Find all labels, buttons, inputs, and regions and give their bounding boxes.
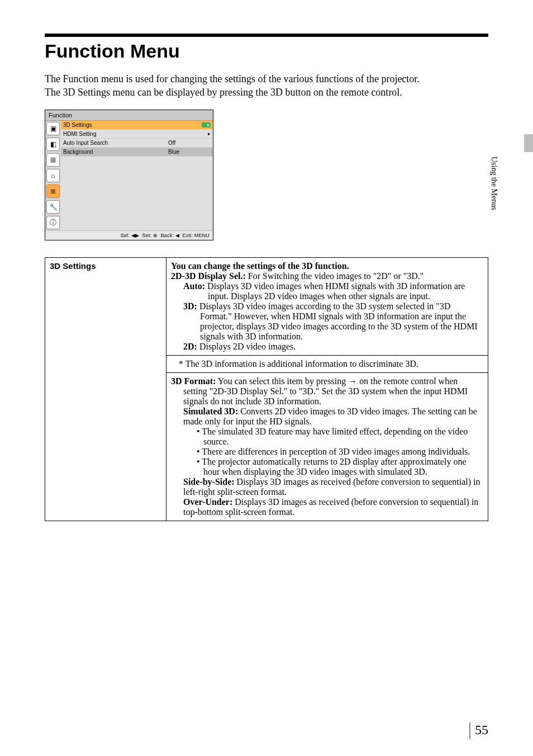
d2d3-sel: 2D-3D Display Sel.: For Switching the vi… bbox=[171, 271, 483, 281]
page-number: 55 bbox=[469, 722, 488, 739]
format-label: 3D Format: bbox=[171, 376, 216, 386]
menu-item-label: 3D Settings bbox=[63, 122, 164, 128]
setting-description-block-1: You can change the settings of the 3D fu… bbox=[166, 257, 488, 355]
menu-tab-3-icon: ⊞ bbox=[46, 153, 60, 167]
menu-footer: Sel: ◀▶ Set: ⊕ Back: ◀ Exit: MENU bbox=[45, 230, 213, 240]
auto-text: Displays 3D video images when HDMI signa… bbox=[205, 281, 465, 301]
note-text: * The 3D information is additional infor… bbox=[171, 359, 483, 369]
sim3d-bullet-2: • There are differences in perception of… bbox=[183, 447, 483, 457]
d2d3-sel-text: For Switching the video images to "2D" o… bbox=[246, 271, 424, 281]
sim3d-bullet-1: • The simulated 3D feature may have limi… bbox=[183, 427, 483, 447]
menu-tab-function-icon: ≣ bbox=[46, 185, 60, 198]
setting-description-block-2: 3D Format: You can select this item by p… bbox=[166, 372, 488, 521]
sim3d-option: Simulated 3D: Converts 2D video images t… bbox=[183, 407, 483, 427]
d3-text: Displays 3D video images according to th… bbox=[197, 301, 478, 341]
auto-option: Auto: Displays 3D video images when HDMI… bbox=[183, 281, 483, 301]
d2d3-sel-label: 2D-3D Display Sel.: bbox=[171, 271, 246, 281]
footer-sel: Sel: bbox=[121, 233, 130, 238]
menu-item-label: HDMI Setting bbox=[63, 131, 166, 137]
sim3d-label: Simulated 3D: bbox=[183, 407, 238, 416]
menu-row-auto-input-search: Auto Input Search Off bbox=[61, 139, 213, 148]
menu-item-label: Background bbox=[63, 149, 166, 155]
submenu-arrow-icon: ▸ bbox=[202, 122, 211, 127]
menu-item-label: Auto Input Search bbox=[63, 140, 166, 146]
menu-tab-4-icon: ⌂ bbox=[46, 169, 60, 182]
submenu-arrow-icon: ▸ bbox=[204, 131, 211, 136]
menu-tab-1-icon: ▣ bbox=[46, 122, 60, 135]
auto-label: Auto: bbox=[183, 281, 205, 291]
menu-tab-setup-icon: 🔧 bbox=[46, 200, 60, 214]
d2-text: Displays 2D video images. bbox=[197, 342, 296, 351]
lead-line: You can change the settings of the 3D fu… bbox=[171, 261, 483, 271]
format-option: 3D Format: You can select this item by p… bbox=[171, 376, 483, 407]
settings-table: 3D Settings You can change the settings … bbox=[45, 257, 488, 521]
side-section-label: Using the Menus bbox=[489, 157, 498, 210]
page-title: Function Menu bbox=[45, 40, 488, 62]
d3-label: 3D: bbox=[183, 301, 197, 311]
intro-line-2: The 3D Settings menu can be displayed by… bbox=[45, 87, 402, 98]
menu-tab-2-icon: ◧ bbox=[46, 138, 60, 151]
d2-option: 2D: Displays 2D video images. bbox=[183, 342, 483, 352]
ou-option: Over-Under: Displays 3D images as receiv… bbox=[183, 497, 483, 517]
footer-back: Back: bbox=[161, 233, 174, 238]
sbs-option: Side-by-Side: Displays 3D images as rece… bbox=[183, 477, 483, 497]
menu-tab-info-icon: ⓘ bbox=[46, 216, 60, 229]
side-tab bbox=[524, 134, 533, 152]
setting-name: 3D Settings bbox=[45, 257, 166, 521]
menu-items: 3D Settings ▸ HDMI Setting ▸ Auto Input … bbox=[61, 121, 213, 230]
menu-item-value: Blue bbox=[168, 149, 202, 155]
ou-label: Over-Under: bbox=[183, 497, 232, 507]
menu-row-3d-settings: 3D Settings ▸ bbox=[61, 121, 213, 130]
intro-line-1: The Function menu is used for changing t… bbox=[45, 73, 420, 84]
setting-note: * The 3D information is additional infor… bbox=[166, 355, 488, 372]
footer-set: Set: bbox=[142, 233, 152, 238]
menu-icon-column: ▣ ◧ ⊞ ⌂ ≣ 🔧 ⓘ bbox=[45, 121, 61, 230]
intro-text: The Function menu is used for changing t… bbox=[45, 72, 488, 100]
menu-preview: Function ▣ ◧ ⊞ ⌂ ≣ 🔧 ⓘ 3D Settings ▸ HDM… bbox=[45, 110, 213, 240]
sim3d-bullet-3: • The projector automatically returns to… bbox=[183, 457, 483, 477]
d2-label: 2D: bbox=[183, 342, 197, 351]
footer-exit: Exit: bbox=[182, 233, 193, 238]
sbs-label: Side-by-Side: bbox=[183, 477, 235, 486]
menu-item-value: Off bbox=[168, 140, 202, 146]
d3-option: 3D: Displays 3D video images according t… bbox=[183, 301, 483, 342]
menu-row-background: Background Blue bbox=[61, 148, 213, 157]
format-text: You can select this item by pressing → o… bbox=[183, 376, 468, 406]
menu-row-hdmi-setting: HDMI Setting ▸ bbox=[61, 130, 213, 139]
header-rule bbox=[45, 34, 488, 37]
menu-title: Function bbox=[45, 110, 213, 121]
